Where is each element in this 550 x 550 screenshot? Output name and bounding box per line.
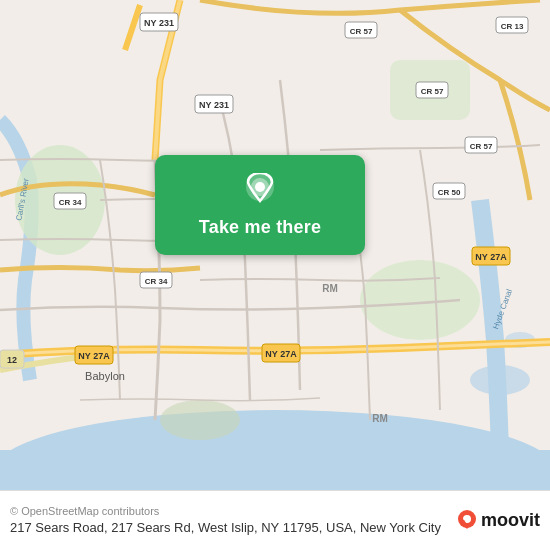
svg-text:Babylon: Babylon [85, 370, 125, 382]
svg-text:CR 34: CR 34 [145, 277, 168, 286]
footer: © OpenStreetMap contributors 217 Sears R… [0, 490, 550, 550]
svg-text:CR 34: CR 34 [59, 198, 82, 207]
button-label: Take me there [199, 217, 321, 238]
svg-point-8 [160, 400, 240, 440]
footer-text: © OpenStreetMap contributors 217 Sears R… [10, 504, 448, 537]
svg-text:CR 57: CR 57 [350, 27, 373, 36]
svg-point-3 [470, 365, 530, 395]
svg-text:NY 231: NY 231 [199, 100, 229, 110]
svg-text:NY 27A: NY 27A [78, 351, 110, 361]
svg-text:12: 12 [7, 355, 17, 365]
svg-point-6 [360, 260, 480, 340]
svg-text:CR 57: CR 57 [421, 87, 444, 96]
svg-text:NY 27A: NY 27A [475, 252, 507, 262]
svg-text:RM: RM [372, 413, 388, 424]
moovit-logo: moovit [456, 510, 540, 532]
svg-text:CR 50: CR 50 [438, 188, 461, 197]
take-me-there-button[interactable]: Take me there [155, 155, 365, 255]
svg-text:CR 57: CR 57 [470, 142, 493, 151]
copyright-text: © OpenStreetMap contributors [10, 504, 448, 518]
svg-text:RM: RM [322, 283, 338, 294]
map-container: NY 231 NY 231 CR 57 CR 57 CR 57 CR 50 CR… [0, 0, 550, 490]
moovit-pin-icon [456, 510, 478, 532]
svg-rect-2 [0, 450, 550, 490]
location-pin-icon [245, 173, 275, 211]
svg-text:NY 27A: NY 27A [265, 349, 297, 359]
address-text: 217 Sears Road, 217 Sears Rd, West Islip… [10, 520, 441, 535]
svg-text:NY 231: NY 231 [144, 18, 174, 28]
moovit-brand-text: moovit [481, 510, 540, 531]
svg-point-42 [255, 182, 265, 192]
svg-text:CR 13: CR 13 [501, 22, 524, 31]
